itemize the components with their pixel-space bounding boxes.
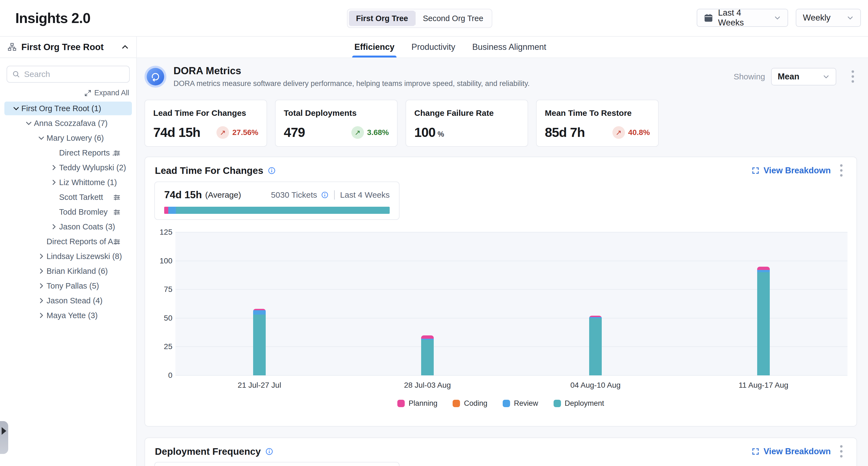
sidebar-collapse-handle[interactable] [0,421,8,454]
tree-expander-icon[interactable] [11,105,21,112]
metric-label: Mean Time To Restore [545,109,650,118]
filter-sliders-icon[interactable] [113,208,121,216]
legend-swatch [397,400,405,407]
tree-item[interactable]: Anna Scozzafava (7) [0,116,136,130]
tab-business-alignment[interactable]: Business Alignment [472,37,547,58]
toggle-first-org-tree[interactable]: First Org Tree [349,11,415,26]
calendar-icon [704,13,713,23]
lead-time-card: Lead Time For Changes View Breakdown [145,156,857,427]
trend-up-arrow-icon: ↗ [612,126,625,139]
legend-item-coding[interactable]: Coding [453,399,487,408]
tree-expander-icon[interactable] [36,267,46,274]
tree-expander-icon[interactable] [36,282,46,289]
metric-value: 100 [414,125,435,140]
tree-expander-icon[interactable] [49,223,59,230]
legend-item-planning[interactable]: Planning [397,399,437,408]
bar-segment-planning [421,336,434,339]
org-tree-toggle[interactable]: First Org Tree Second Org Tree [347,9,492,28]
tab-efficiency[interactable]: Efficiency [354,37,394,58]
view-breakdown-button[interactable]: View Breakdown [751,166,831,175]
metric-card: Lead Time For Changes 74d 15h ↗ 27.56% [145,100,267,147]
tree-item-label: Todd Bromley [59,207,107,216]
tree-item[interactable]: Liz Whittome (1) [0,175,136,190]
metric-label: Change Failure Rate [414,109,519,118]
stacked-bar[interactable] [253,309,266,375]
search-input[interactable] [24,69,124,79]
chevron-down-icon [823,73,830,80]
info-icon[interactable] [265,447,273,456]
app-title: Insights 2.0 [15,10,90,26]
legend-item-deployment[interactable]: Deployment [554,399,604,408]
tree-expander-icon[interactable] [36,253,46,260]
tree-item-label: Mary Lowery (6) [46,134,104,143]
tree-expander-icon[interactable] [49,164,59,171]
tab-productivity[interactable]: Productivity [411,37,455,58]
x-axis-tick: 11 Aug-17 Aug [739,381,788,389]
metric-delta-value: 40.8% [628,128,650,137]
expand-corners-icon [751,167,760,175]
tree-item[interactable]: Jason Coats (3) [0,219,136,234]
deployment-kebab-menu[interactable] [836,445,847,458]
toggle-second-org-tree[interactable]: Second Org Tree [416,11,490,26]
deployment-summary-placeholder [154,462,400,466]
tree-item[interactable]: Teddy Wylupski (2) [0,160,136,175]
tree-item[interactable]: Todd Bromley [0,205,136,219]
sidebar-header[interactable]: First Org Tree Root [0,37,136,58]
filter-sliders-icon[interactable] [113,149,121,157]
tree-item[interactable]: Scott Tarkett [0,190,136,205]
lead-time-kebab-menu[interactable] [836,164,847,177]
metric-value: 479 [284,125,305,140]
expand-all-label: Expand All [94,89,129,97]
tree-item[interactable]: Mary Lowery (6) [0,130,136,145]
metric-card: Total Deployments 479 ↗ 3.68% [275,100,398,147]
stacked-bar[interactable] [421,336,434,375]
dora-kebab-menu[interactable] [847,70,858,83]
tree-item[interactable]: Direct Reports of A... [0,234,136,249]
tree-item[interactable]: Brian Kirkland (6) [0,264,136,279]
metric-delta-badge: ↗ 27.56% [216,126,258,139]
metric-value: 85d 7h [545,125,585,140]
legend-swatch [554,400,561,407]
tree-item-label: Jason Coats (3) [59,222,115,231]
filter-sliders-icon[interactable] [113,193,121,202]
view-breakdown-button[interactable]: View Breakdown [751,446,831,457]
tree-expander-icon[interactable] [24,119,34,127]
org-tree: First Org Tree Root (1)Anna Scozzafava (… [0,101,136,323]
y-axis-tick: 125 [147,228,173,237]
metric-label: Lead Time For Changes [153,109,258,118]
legend-swatch [503,400,510,407]
x-axis-tick: 04 Aug-10 Aug [570,381,621,389]
expand-all-button[interactable]: Expand All [84,89,129,97]
stacked-bar[interactable] [757,267,770,375]
top-bar: Insights 2.0 First Org Tree Second Org T… [0,0,868,37]
info-icon[interactable] [321,191,329,199]
tree-item[interactable]: Jason Stead (4) [0,293,136,308]
y-axis-tick: 25 [147,342,173,351]
tree-item-label: First Org Tree Root (1) [21,104,101,113]
dora-metrics-title: DORA Metrics [174,65,734,77]
date-range-select[interactable]: Last 4 Weeks [697,9,788,27]
lead-time-chart-plot [176,232,847,375]
tree-item[interactable]: Lindsay Liszewski (8) [0,249,136,264]
stacked-bar[interactable] [589,316,602,375]
sidebar-search[interactable] [6,66,130,83]
tree-expander-icon[interactable] [36,297,46,304]
tree-expander-icon[interactable] [36,134,46,142]
tree-item[interactable]: Tony Pallas (5) [0,279,136,293]
tree-item[interactable]: Direct Reports ... [0,145,136,160]
tree-item[interactable]: Maya Yette (3) [0,308,136,323]
legend-label: Coding [464,399,487,408]
org-tree-icon [7,42,17,52]
filter-sliders-icon[interactable] [113,238,121,246]
tree-expander-icon[interactable] [36,312,46,319]
legend-label: Deployment [565,399,604,408]
chevron-up-icon[interactable] [121,43,129,51]
tree-expander-icon[interactable] [49,179,59,186]
lead-time-title: Lead Time For Changes [155,165,263,176]
info-icon[interactable] [268,167,276,175]
granularity-select[interactable]: Weekly [796,9,861,27]
x-axis-tick: 28 Jul-03 Aug [404,381,451,389]
showing-select[interactable]: Mean [771,68,836,85]
tree-item[interactable]: First Org Tree Root (1) [0,101,136,116]
legend-item-review[interactable]: Review [503,399,538,408]
